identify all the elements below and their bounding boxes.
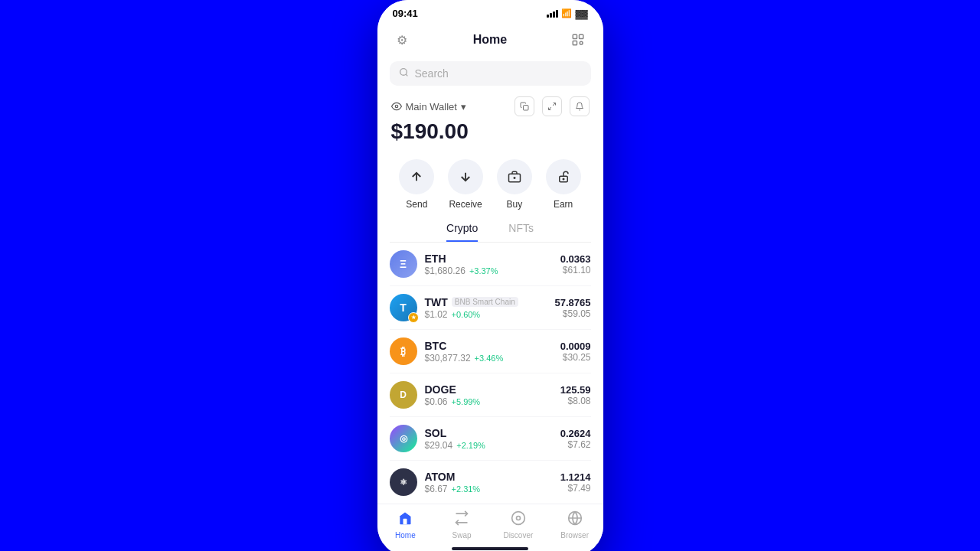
search-bar[interactable]: Search	[390, 61, 591, 86]
sol-ticker: SOL	[425, 427, 447, 439]
svg-point-4	[400, 69, 407, 76]
nav-home-label: Home	[395, 531, 416, 540]
atom-info: ATOM $6.67 +2.31%	[425, 471, 560, 494]
send-button[interactable]: Send	[399, 159, 434, 210]
sol-price: $29.04	[425, 440, 453, 451]
twt-change: +0.60%	[452, 310, 481, 319]
doge-info: DOGE $0.06 +5.99%	[425, 383, 560, 407]
earn-label: Earn	[554, 199, 573, 210]
nav-home[interactable]: Home	[386, 510, 424, 540]
svg-line-9	[548, 107, 551, 110]
btc-amount: 0.0009	[560, 341, 591, 352]
doge-ticker: DOGE	[425, 383, 456, 396]
nav-discover-label: Discover	[503, 531, 533, 540]
atom-usd: $7.49	[560, 483, 591, 494]
list-item[interactable]: D DOGE $0.06 +5.99% 125.59 $8.08	[390, 373, 591, 417]
eth-values: 0.0363 $61.10	[560, 253, 591, 276]
svg-point-18	[512, 512, 525, 525]
twt-amount: 57.8765	[555, 297, 591, 308]
tab-nfts[interactable]: NFTs	[508, 222, 534, 242]
home-icon	[397, 510, 413, 530]
status-bar: 09:41 📶 ▓▓	[377, 0, 603, 23]
doge-price: $0.06	[425, 396, 448, 407]
eth-icon: Ξ	[390, 250, 417, 278]
buy-icon-circle	[497, 159, 532, 194]
action-buttons: Send Receive Buy	[377, 152, 603, 222]
doge-amount: 125.59	[560, 384, 591, 396]
twt-values: 57.8765 $59.05	[555, 297, 591, 319]
eth-info: ETH $1,680.26 +3.37%	[425, 253, 560, 276]
sol-usd: $7.62	[560, 439, 591, 450]
atom-price: $6.67	[425, 484, 448, 494]
svg-point-6	[395, 105, 398, 108]
twt-ticker: TWT	[425, 296, 448, 308]
tab-crypto[interactable]: Crypto	[446, 222, 478, 242]
nav-discover[interactable]: Discover	[499, 510, 537, 540]
discover-icon	[511, 510, 526, 530]
status-icons: 📶 ▓▓	[547, 8, 587, 18]
eth-usd: $61.10	[560, 265, 591, 276]
atom-icon: ⚛	[390, 468, 417, 496]
wallet-dropdown-icon[interactable]: ▾	[461, 101, 466, 112]
svg-rect-7	[523, 106, 528, 111]
copy-icon[interactable]	[514, 96, 534, 116]
receive-button[interactable]: Receive	[448, 159, 483, 210]
twt-info: TWT BNB Smart Chain $1.02 +0.60%	[425, 296, 555, 320]
twt-icon: T ★	[390, 294, 417, 321]
twt-network: BNB Smart Chain	[452, 297, 518, 307]
btc-price: $30,877.32	[425, 353, 471, 364]
eth-ticker: ETH	[425, 253, 446, 265]
send-label: Send	[406, 199, 427, 210]
wallet-section: Main Wallet ▾	[377, 93, 603, 152]
wallet-label: Main Wallet ▾	[391, 101, 466, 112]
list-item[interactable]: ◎ SOL $29.04 +2.19% 0.2624 $7.62	[390, 417, 591, 461]
search-placeholder: Search	[415, 67, 582, 80]
sol-values: 0.2624 $7.62	[560, 428, 591, 450]
receive-label: Receive	[449, 199, 482, 210]
list-item[interactable]: ⚛ ATOM $6.67 +2.31% 1.1214 $7.49	[390, 461, 591, 504]
send-icon-circle	[399, 159, 434, 194]
settings-icon[interactable]: ⚙	[391, 29, 413, 51]
svg-rect-0	[573, 34, 577, 38]
svg-rect-17	[403, 519, 407, 525]
svg-point-3	[580, 41, 583, 44]
sol-change: +2.19%	[456, 441, 485, 450]
buy-button[interactable]: Buy	[497, 159, 532, 210]
notification-icon[interactable]	[570, 96, 590, 116]
expand-icon[interactable]	[542, 96, 562, 116]
btc-usd: $30.25	[560, 352, 591, 363]
btc-info: BTC $30,877.32 +3.46%	[425, 340, 560, 364]
wallet-right-icons	[514, 96, 590, 116]
nav-browser[interactable]: Browser	[556, 510, 594, 540]
earn-button[interactable]: Earn	[546, 159, 581, 210]
list-item[interactable]: ₿ BTC $30,877.32 +3.46% 0.0009 $30.25	[390, 330, 591, 373]
twt-usd: $59.05	[555, 308, 591, 319]
search-icon	[399, 67, 409, 80]
nav-swap[interactable]: Swap	[443, 510, 481, 540]
buy-label: Buy	[507, 199, 523, 210]
status-time: 09:41	[393, 8, 418, 19]
list-item[interactable]: Ξ ETH $1,680.26 +3.37% 0.0363 $61.10	[390, 243, 591, 286]
twt-price: $1.02	[425, 309, 448, 320]
nav-browser-label: Browser	[560, 531, 589, 540]
eye-icon	[391, 101, 402, 112]
svg-point-16	[563, 178, 564, 180]
svg-rect-2	[573, 41, 577, 45]
asset-tabs: Crypto NFTs	[390, 222, 591, 243]
sol-icon: ◎	[390, 425, 417, 452]
svg-rect-1	[580, 34, 583, 38]
crypto-list: Ξ ETH $1,680.26 +3.37% 0.0363 $61.10 T ★	[377, 243, 603, 504]
swap-icon	[454, 510, 469, 530]
svg-line-8	[553, 103, 556, 106]
wallet-label-row: Main Wallet ▾	[391, 96, 590, 116]
doge-change: +5.99%	[452, 397, 481, 406]
page-title: Home	[473, 33, 507, 47]
sol-info: SOL $29.04 +2.19%	[425, 427, 560, 451]
scan-icon[interactable]	[567, 29, 589, 51]
earn-icon-circle	[546, 159, 581, 194]
list-item[interactable]: T ★ TWT BNB Smart Chain $1.02 +0.60% 57.…	[390, 286, 591, 330]
twt-badge: ★	[408, 312, 419, 323]
eth-change: +3.37%	[469, 266, 498, 276]
atom-ticker: ATOM	[425, 471, 456, 483]
receive-icon-circle	[448, 159, 483, 194]
